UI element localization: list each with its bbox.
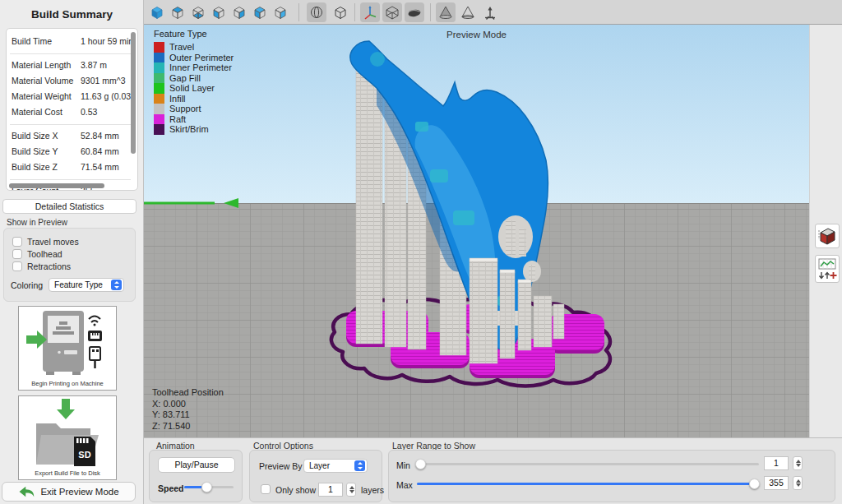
wireframe-box-icon: [384, 4, 400, 21]
infill-swatch: [154, 94, 164, 104]
variable-settings-button[interactable]: [815, 255, 840, 283]
viewport-side-strip: [809, 25, 842, 437]
legend-item: Inner Perimeter: [154, 62, 234, 73]
build-stats-panel: Build Time1 hour 59 min Material Length3…: [6, 28, 138, 191]
slider-track[interactable]: [417, 463, 759, 465]
wireframe-render-button[interactable]: [458, 2, 478, 22]
back-view-button[interactable]: [271, 2, 290, 22]
solid-cone-icon: [437, 4, 454, 21]
begin-printing-label: Begin Printing on Machine: [19, 380, 116, 387]
retractions-checkbox-row[interactable]: Retractions: [12, 261, 71, 271]
show-build-volume-button[interactable]: [382, 2, 402, 22]
toolbar-separator: [354, 3, 355, 21]
begin-printing-button[interactable]: Begin Printing on Machine: [18, 306, 117, 391]
iso-view-button[interactable]: [147, 2, 167, 22]
sd-card-icon: SD: [74, 437, 95, 466]
toolbar-separator: [430, 3, 431, 21]
toolhead-y: Y: 83.711: [152, 409, 224, 421]
front-view-button[interactable]: [250, 2, 270, 22]
max-label: Max: [396, 480, 413, 490]
checkbox[interactable]: [12, 261, 22, 271]
slider-thumb[interactable]: [749, 479, 760, 489]
slider-fill: [417, 483, 759, 485]
stat-row: Material Weight11.63 g (0.03: [12, 89, 131, 104]
min-layer-value[interactable]: 1: [764, 456, 789, 470]
only-show-stepper[interactable]: [346, 483, 356, 497]
left-view-button[interactable]: [209, 2, 229, 22]
green-down-arrow-icon: [57, 399, 75, 419]
export-build-file-label: Export Build File to Disk: [19, 469, 116, 477]
preview-viewport[interactable]: Feature Type Travel Outer Perimeter Inne…: [144, 25, 809, 437]
preview-by-select[interactable]: Layer: [303, 459, 368, 473]
travel-swatch: [154, 42, 164, 53]
legend-item: Infill: [154, 94, 234, 104]
cross-section-icon: [817, 225, 837, 247]
preview-by-label: Preview By: [259, 461, 303, 471]
perspective-view-button[interactable]: [331, 2, 350, 22]
toolhead-checkbox-row[interactable]: Toolhead: [12, 249, 62, 259]
select-stepper-icon: [111, 280, 122, 290]
show-print-bed-button[interactable]: [405, 2, 424, 22]
build-summary-sidebar: Build Summary Build Time1 hour 59 min Ma…: [0, 0, 144, 504]
checkbox[interactable]: [12, 237, 22, 247]
top-view-button[interactable]: [168, 2, 187, 22]
raft-swatch: [154, 114, 164, 125]
legend-item: Support: [154, 104, 234, 114]
gap-fill-swatch: [154, 73, 164, 84]
axes-icon: [362, 4, 378, 21]
speed-slider[interactable]: [184, 482, 234, 492]
divider: [10, 53, 131, 54]
horizontal-scrollbar[interactable]: [9, 183, 104, 188]
only-show-label: Only show: [275, 485, 316, 495]
show-in-preview-group: Travel moves Toolhead Retractions Colori…: [3, 228, 136, 302]
right-view-button[interactable]: [229, 2, 249, 22]
cube-bottom-face-icon: [190, 4, 206, 21]
cube-right-face-icon: [231, 4, 248, 21]
show-in-preview-label: Show in Preview: [7, 218, 67, 227]
detailed-statistics-button[interactable]: Detailed Statistics: [2, 199, 136, 214]
stat-row: Material Length3.87 m: [12, 58, 131, 73]
legend-item: Raft: [154, 114, 234, 125]
max-layer-stepper[interactable]: [793, 476, 803, 490]
stat-row: Build Size X52.84 mm: [12, 128, 131, 144]
min-label: Min: [396, 460, 410, 470]
only-show-value[interactable]: 1: [318, 483, 343, 497]
legend-item: Travel: [154, 42, 234, 53]
preview-mode-label: Preview Mode: [144, 30, 809, 39]
legend-item: Gap Fill: [154, 73, 234, 84]
orthographic-view-button[interactable]: [307, 2, 326, 22]
preview-scene[interactable]: [144, 25, 809, 437]
max-layer-slider[interactable]: [417, 479, 759, 489]
cube-left-face-icon: [210, 4, 227, 21]
view-toolbar: [144, 0, 842, 25]
back-arrow-icon: [18, 486, 35, 497]
stat-row: Build Size Z71.54 mm: [12, 160, 131, 175]
max-layer-value[interactable]: 355: [764, 476, 789, 490]
export-build-file-button[interactable]: SD Export Build File to Disk: [18, 395, 117, 480]
export-folder-icon: SD: [26, 399, 109, 468]
toolhead-position-readout: Toolhead Position X: 0.000 Y: 83.711 Z: …: [152, 387, 224, 432]
printer-machine-icon: [25, 309, 110, 377]
min-layer-stepper[interactable]: [793, 456, 803, 470]
slider-thumb[interactable]: [415, 459, 426, 469]
variable-settings-icon: [817, 257, 837, 280]
coloring-select[interactable]: Feature Type: [49, 278, 124, 292]
slider-thumb[interactable]: [201, 482, 212, 492]
only-show-checkbox[interactable]: [261, 484, 271, 494]
toolhead-indicator-button[interactable]: [480, 2, 500, 22]
checkbox[interactable]: [12, 249, 22, 259]
travel-moves-checkbox-row[interactable]: Travel moves: [12, 237, 79, 247]
toolbar-separator: [298, 3, 299, 21]
solid-render-button[interactable]: [436, 2, 456, 22]
vertical-scrollbar[interactable]: [131, 32, 136, 154]
exit-preview-mode-button[interactable]: Exit Preview Mode: [2, 482, 136, 502]
show-axes-button[interactable]: [360, 2, 380, 22]
cross-section-button[interactable]: [815, 224, 840, 248]
min-layer-slider[interactable]: [417, 459, 759, 469]
skirt-brim-swatch: [154, 124, 164, 135]
play-pause-button[interactable]: Play/Pause: [158, 457, 235, 473]
bottom-view-button[interactable]: [188, 2, 208, 22]
layers-label: layers: [361, 485, 384, 495]
usb-icon: [90, 347, 100, 368]
ethernet-icon: [88, 331, 102, 341]
